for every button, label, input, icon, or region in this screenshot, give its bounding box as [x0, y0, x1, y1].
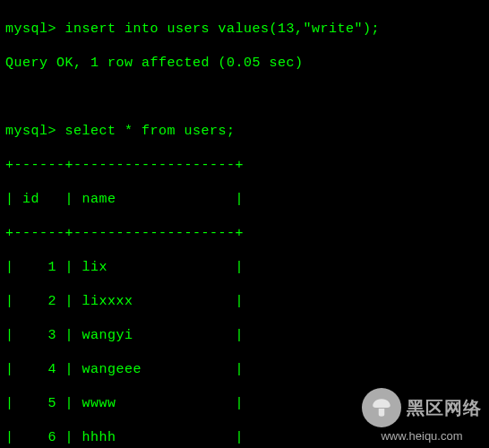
insert-statement: insert into users values(13,"write"); — [65, 22, 381, 37]
blank-line — [5, 89, 484, 106]
mysql-prompt: mysql> — [5, 124, 56, 139]
table-row: | 5 | wwww | — [5, 395, 484, 412]
cmd-line-1: mysql> insert into users values(13,"writ… — [5, 21, 484, 38]
table-border: +------+-------------------+ — [5, 157, 484, 174]
cmd-line-2: mysql> select * from users; — [5, 123, 484, 140]
select-statement: select * from users; — [65, 124, 236, 139]
table-row: | 2 | lixxxx | — [5, 293, 484, 310]
mysql-prompt: mysql> — [5, 22, 56, 37]
table-border: +------+-------------------+ — [5, 225, 484, 242]
query-result-1: Query OK, 1 row affected (0.05 sec) — [5, 55, 484, 72]
table-row: | 4 | wangeee | — [5, 361, 484, 378]
table-row: | 6 | hhhh | — [5, 429, 484, 446]
table-header: | id | name | — [5, 191, 484, 208]
table-row: | 1 | lix | — [5, 259, 484, 276]
mysql-terminal[interactable]: mysql> insert into users values(13,"writ… — [0, 0, 489, 448]
table-row: | 3 | wangyi | — [5, 327, 484, 344]
